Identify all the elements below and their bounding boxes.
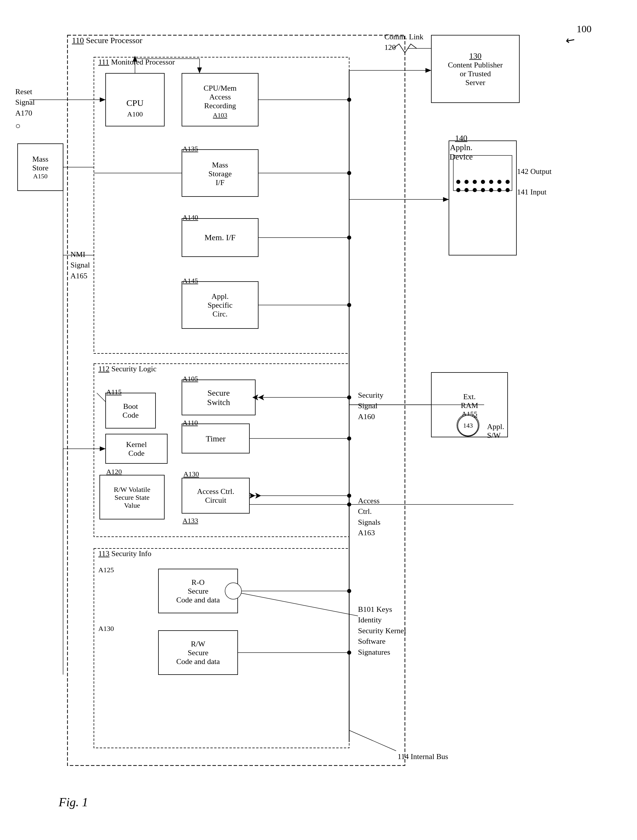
- kernel-code-box-text: Kernel Code: [106, 435, 167, 463]
- ref-100: 100: [577, 24, 591, 35]
- circle-143: 143: [457, 415, 479, 436]
- output-label: 142 Output: [517, 167, 552, 176]
- diagram-page: 100 ↙ 110 Secure Processor 111 Monitored…: [0, 0, 637, 840]
- secure-switch-box-text: SecureSwitch: [182, 381, 254, 415]
- mass-storage-box-text: Mass Storage I/F: [182, 151, 258, 196]
- kernel-code-ref-label: A120: [106, 468, 122, 476]
- b101-keys-label: B101 Keys Identity Security Kernel Softw…: [358, 604, 406, 658]
- cpu-mem-box-text: CPU/Mem Access Recording A103: [182, 76, 258, 127]
- a130-rw-label: A130: [98, 625, 114, 633]
- a125-label: A125: [98, 566, 114, 574]
- fig-caption: Fig. 1: [58, 795, 88, 809]
- access-ctrl-ref-label: A133: [182, 517, 198, 525]
- timer-box-text: Timer: [182, 425, 249, 453]
- mem-if-box-text: Mem. I/F: [182, 219, 258, 256]
- rw-volatile-box-text: R/W Volatile Secure State Value: [100, 476, 164, 519]
- content-publisher-box-text: 130 Content Publisher or Trusted Server: [432, 36, 519, 103]
- appl-sw-label: Appl.S/W: [487, 422, 504, 440]
- reset-signal-label: Reset Signal A170 ○: [15, 87, 35, 132]
- secure-processor-label: 110 Secure Processor: [72, 36, 142, 45]
- internal-bus-label: 114 Internal Bus: [398, 752, 448, 761]
- access-ctrl-box-text: Access Ctrl. Circuit: [182, 479, 249, 513]
- appln-device-label: 140Appln.Device: [449, 133, 473, 162]
- input-label: 141 Input: [517, 188, 546, 196]
- comm-link-label: Comm. Link 120: [384, 32, 424, 53]
- ref-100-arrow: ↙: [563, 32, 578, 48]
- cpu-box-text: CPU A100: [106, 82, 164, 134]
- security-logic-label: 112 Security Logic: [98, 365, 156, 373]
- security-info-label: 113 Security Info: [98, 549, 152, 558]
- access-ctrl-signals-label: Access Ctrl. Signals A163: [358, 496, 381, 538]
- rw-volatile-ref-label: A130: [183, 470, 199, 478]
- nmi-signal-label: NMI Signal A165: [70, 249, 90, 281]
- ro-secure-box-text: R-O Secure Code and data: [159, 570, 237, 613]
- boot-code-box-text: Boot Code: [106, 394, 155, 428]
- security-signal-label: Security Signal A160: [358, 390, 384, 422]
- rw-secure-box-text: R/W Secure Code and data: [159, 632, 237, 674]
- mass-store-box-text: Mass Store A150: [18, 145, 63, 190]
- appl-spec-box-text: Appl. Specific Circ.: [182, 283, 258, 328]
- monitored-processor-label: 111 Monitored Processor: [98, 58, 175, 66]
